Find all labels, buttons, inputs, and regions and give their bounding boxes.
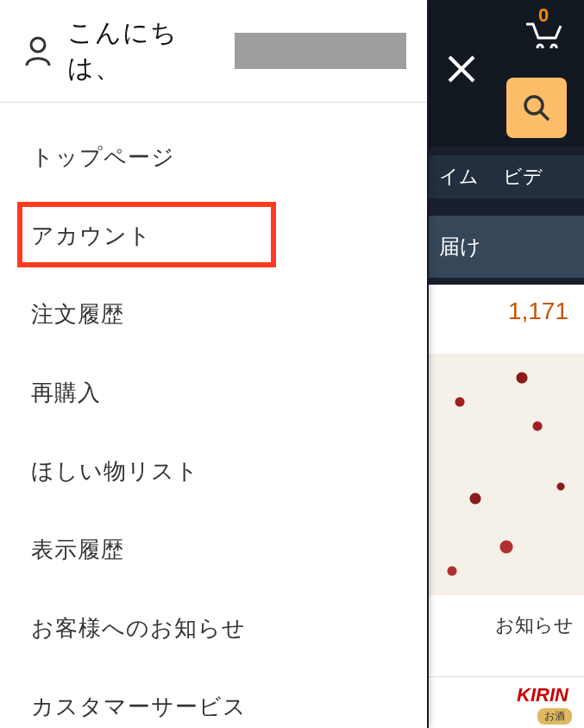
menu-item-notices[interactable]: お客様へのお知らせ (0, 589, 427, 668)
svg-point-2 (31, 38, 45, 52)
menu-item-top[interactable]: トップページ (0, 118, 427, 197)
menu-item-orders[interactable]: 注文履歴 (0, 275, 427, 354)
menu-item-customer-service[interactable]: カスタマーサービス (0, 668, 427, 728)
bg-nav-prime: イム (439, 164, 479, 190)
close-icon (444, 52, 479, 86)
bg-promo-image (429, 354, 584, 595)
bg-kirin-ad: KIRIN お酒 (429, 676, 584, 728)
close-drawer-button[interactable] (440, 47, 483, 91)
cart-icon (524, 20, 562, 56)
bg-deliver-text: 届け (439, 235, 481, 258)
bg-nav-strip: イム ビデ (429, 155, 584, 198)
bg-nav-video: ビデ (503, 164, 543, 190)
menu-item-label: アカウント (31, 223, 152, 248)
menu-item-account[interactable]: アカウント (0, 197, 427, 275)
bg-points-value: 1,171 (508, 298, 568, 325)
search-button-bg (506, 78, 567, 138)
menu-item-wishlist[interactable]: ほしい物リスト (0, 432, 427, 511)
bg-deliver-strip: 届け (429, 216, 584, 278)
user-icon (24, 35, 52, 66)
svg-line-1 (541, 112, 549, 120)
kirin-logo: KIRIN (517, 684, 568, 706)
drawer-header: こんにちは、 (0, 0, 427, 103)
menu-item-buy-again[interactable]: 再購入 (0, 354, 427, 432)
greeting-text: こんにちは、 (67, 16, 219, 86)
drawer-menu-list: トップページ アカウント 注文履歴 再購入 ほしい物リスト 表示履歴 お客様への… (0, 103, 427, 728)
username-redacted (235, 33, 406, 69)
navigation-drawer: こんにちは、 トップページ アカウント 注文履歴 再購入 ほしい物リスト 表示履… (0, 0, 427, 728)
svg-point-0 (525, 97, 543, 114)
menu-item-history[interactable]: 表示履歴 (0, 511, 427, 589)
cart-indicator: 0 (524, 4, 562, 56)
bg-notice-text: お知らせ (495, 612, 574, 638)
kirin-badge: お酒 (537, 708, 572, 725)
